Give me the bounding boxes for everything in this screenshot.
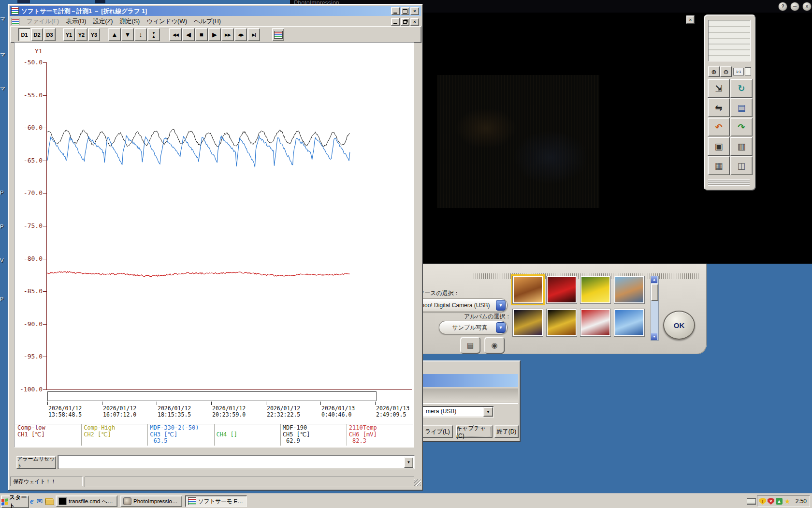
chevron-down-icon[interactable]: ▼ (496, 322, 506, 333)
taskbar-task-1[interactable]: transfile.cmd へのショート... (56, 495, 117, 507)
desktop-icon-label[interactable]: マ (0, 85, 7, 92)
menu-測定(S)[interactable]: 測定(S) (116, 16, 143, 27)
show-desktop-icon[interactable] (45, 499, 54, 505)
scroll-down-arrow-icon[interactable]: ▼ (651, 333, 657, 340)
fit-window-button[interactable]: ⇲ (708, 79, 730, 98)
expand-y-button[interactable]: ↕ (134, 28, 147, 41)
thumbnail-city-night[interactable] (512, 309, 543, 337)
d3-button[interactable]: D3 (44, 28, 56, 41)
safely-remove-hardware-icon[interactable]: ▲ (776, 498, 783, 505)
mdi-window-controls: × (391, 18, 419, 26)
desktop-icon-label[interactable]: マ (0, 51, 7, 59)
taskbar-task-2[interactable]: PhotoImpression 2000 (120, 495, 182, 507)
minimize-button[interactable]: ─ (790, 2, 799, 11)
thumbnail-harbor-town[interactable] (614, 276, 645, 304)
close-button[interactable]: × (802, 2, 812, 11)
desktop-icon-label[interactable]: P (0, 190, 7, 195)
canvas-close-icon[interactable]: × (686, 15, 695, 24)
update-star-icon[interactable]: ★ (784, 498, 791, 505)
chevron-down-icon[interactable]: ▼ (496, 300, 506, 311)
zoom-in-button[interactable]: ⊕ (708, 66, 720, 77)
taskbar-task-3[interactable]: ソフトサーモ E830 (185, 495, 247, 507)
thumbnail-red-ship[interactable] (580, 309, 611, 337)
paste-button[interactable]: ▥ (730, 137, 753, 156)
desktop-icon-label[interactable]: V (0, 257, 7, 263)
desktop-icon-label[interactable]: P (0, 296, 7, 302)
y1-button[interactable]: Y1 (63, 28, 75, 41)
layers-list[interactable] (708, 20, 751, 61)
flip-horizontal-button[interactable]: ⇋ (708, 98, 730, 117)
camera-button[interactable]: ◉ (484, 337, 505, 354)
scroll-down-button[interactable]: ▼ (121, 28, 134, 41)
d1-button[interactable]: D1 (18, 28, 30, 41)
scroll-up-button[interactable]: ▲ (108, 28, 121, 41)
thermo-titlebar[interactable]: ソフトサーモ計測－計測1 － [折れ線グラフ 1] × (10, 6, 421, 16)
thumbnail-red-bird[interactable] (546, 276, 577, 304)
thumbnail-beach-sky[interactable] (614, 309, 645, 337)
time-range-bar[interactable] (47, 391, 377, 401)
y2-button[interactable]: Y2 (75, 28, 87, 41)
thumbnail-canyon-rocks[interactable] (512, 276, 543, 304)
mdi-child-icon[interactable] (12, 18, 19, 25)
chevron-down-icon[interactable]: ▼ (483, 407, 493, 417)
zoom-ratio-badge[interactable]: 1:1 (733, 68, 744, 75)
help-button[interactable]: ? (778, 2, 787, 11)
d2-button[interactable]: D2 (31, 28, 43, 41)
rotate-button[interactable]: ↻ (730, 79, 753, 98)
thumbnail-light-spiral[interactable] (546, 309, 577, 337)
menu-ファイル(F)[interactable]: ファイル(F) (23, 16, 62, 27)
print-button[interactable]: ▦ (708, 156, 730, 175)
chevron-down-icon[interactable]: ▼ (404, 457, 413, 468)
page-size-icon[interactable] (745, 67, 751, 75)
album-select-combo[interactable]: サンプル写真 ▼ (439, 321, 508, 334)
copy-button[interactable]: ▣ (708, 137, 730, 156)
capture-button[interactable]: キャプチャ(C) (456, 425, 493, 438)
menu-ウィンドウ(W)[interactable]: ウィンドウ(W) (143, 16, 190, 27)
mdi-close-button[interactable]: × (410, 18, 419, 26)
menu-ヘルプ(H)[interactable]: ヘルプ(H) (190, 16, 224, 27)
mdi-minimize-button[interactable] (391, 18, 400, 26)
desktop-icon-label[interactable]: P (0, 224, 7, 229)
redo-button[interactable]: ↷ (730, 118, 753, 136)
menu-表示(D)[interactable]: 表示(D) (62, 16, 89, 27)
security-warning-icon[interactable]: ! (759, 498, 766, 505)
minimize-button[interactable] (391, 7, 400, 15)
internet-explorer-icon[interactable]: e (30, 496, 34, 506)
security-error-icon[interactable]: × (768, 498, 774, 505)
desktop-icon-label[interactable]: マ (0, 15, 7, 23)
keyboard-icon[interactable] (747, 498, 756, 505)
thumbnail-image (514, 310, 542, 335)
ok-button[interactable]: OK (663, 311, 695, 340)
y3-button[interactable]: Y3 (88, 28, 100, 41)
exit-button[interactable]: 終了(D) (494, 425, 519, 438)
step-forward-button[interactable]: ▶ (208, 28, 221, 41)
scanner-button[interactable]: ▤ (460, 337, 480, 354)
stop-button[interactable]: ■ (195, 28, 208, 41)
fast-forward-button[interactable]: ▶▶ (221, 28, 234, 41)
compress-y-button[interactable]: ▼ ▲ (147, 28, 160, 41)
alarm-message-combo[interactable]: ▼ (58, 455, 415, 469)
jump-latest-button[interactable]: ▶| (247, 28, 260, 41)
maximize-button[interactable] (401, 7, 409, 15)
outlook-express-icon[interactable]: ✉ (37, 497, 43, 506)
mdi-restore-button[interactable] (401, 18, 409, 26)
scrollbar-thumb[interactable] (651, 284, 658, 301)
start-button[interactable]: スタート (1, 495, 29, 508)
toolbox-grip[interactable] (708, 179, 750, 186)
undo-button[interactable]: ↶ (708, 118, 730, 136)
thumbnail-scrollbar[interactable]: ▲ ▼ (651, 276, 659, 341)
album-view-button[interactable]: ◫ (730, 156, 753, 175)
thumbnail-yellow-flowers[interactable] (580, 276, 611, 304)
fit-x-button[interactable]: ◀▶ (234, 28, 247, 41)
duplicate-page-button[interactable]: ▤ (730, 98, 753, 117)
resize-grip[interactable] (414, 479, 421, 486)
zoom-out-button[interactable]: ⊖ (720, 66, 732, 77)
graph-settings-button[interactable] (272, 28, 284, 41)
close-button[interactable]: × (410, 7, 419, 15)
alarm-reset-button[interactable]: アラームリセット (16, 456, 56, 469)
menu-設定(Z)[interactable]: 設定(Z) (90, 16, 116, 27)
live-button[interactable]: ライブ(L) (422, 425, 453, 438)
rewind-button[interactable]: ◀◀ (169, 28, 182, 41)
step-back-button[interactable]: ◀ (182, 28, 195, 41)
scroll-up-arrow-icon[interactable]: ▲ (651, 276, 657, 283)
